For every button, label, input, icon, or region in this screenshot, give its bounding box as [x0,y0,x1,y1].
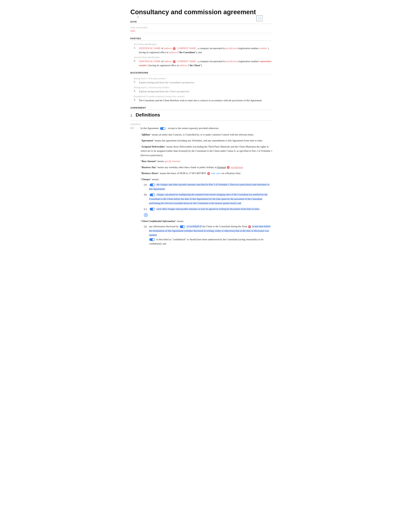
background-section: BACKGROUND Background 1: first party pos… [130,71,273,102]
party1-address1: address [164,47,172,50]
date-header: DATE [130,20,273,24]
charges-a-text: the charges and other payable amounts sp… [149,183,269,190]
def-business-hours: Business Hours [142,172,158,175]
party-2-num: 2. [134,59,139,62]
section-1-title-row: 1. Definitions [130,112,273,120]
client-conf-at-any-time: at any time before the termination of th… [149,225,271,236]
bg-label-2: Background 2: second party position [134,86,273,89]
def-charges: Charges [142,178,150,181]
toggle-charges-a[interactable] [150,184,155,186]
page-number: 3 [137,15,139,19]
party-2-text: INDIVIDUAL NAME of address or COMPANY NA… [139,59,273,67]
party1-address2: address [169,51,177,54]
agreement-header: AGREEMENT [130,107,273,110]
section-1-title: Definitions [136,112,160,118]
party1-individual: INDIVIDUAL NAME [139,47,161,50]
party2-company: COMPANY NAME [177,60,196,63]
def-affiliate: Affiliate [142,133,150,136]
bg-item-1: 1. Explain background from the Consultan… [134,80,273,84]
party-2-row: 2. INDIVIDUAL NAME of address or COMPANY… [134,59,273,67]
business-hours-timezone: time zone [211,172,221,175]
bg-text-1: Explain background from the Consultant's… [139,80,273,84]
or-badge-3: or [227,166,230,169]
first-party-label: First Party identification [134,43,273,45]
bg-text-2: Explain background from the Client's per… [139,89,273,94]
party2-jurisdiction: jurisdiction [226,60,237,63]
charges-c-text: such other charges and payable amounts a… [157,208,260,210]
business-day-jurisdiction: jurisdiction [231,166,242,169]
party-1-row: 1. INDIVIDUAL NAME of address or COMPANY… [134,46,273,54]
or-badge-2: or [173,60,176,63]
add-charges-item-btn[interactable]: ⊕ [144,213,148,217]
or-badge-5: or [248,225,251,228]
party1-company: COMPANY NAME [177,47,196,50]
toggle-charges-c[interactable] [150,208,155,210]
def-client-conf-info: Client Confidential Information [142,220,175,222]
def-business-day: Business Day [142,166,156,169]
or-badge-1: or [173,47,176,50]
party1-number: number [259,47,267,50]
party1-consultant: the Consultant [179,51,195,54]
party-1-num: 1. [134,46,139,49]
date-section: DATE Date of execution Date [130,20,273,33]
doc-icon[interactable]: 📄 [256,15,263,21]
def-agreement: Agreement [142,139,153,142]
toggle-intro[interactable] [160,127,165,130]
bg-label-1: Background 1: first party position [134,77,273,80]
charges-b-text: charges calculated by multiplying the st… [149,193,268,204]
toggle-charges-b[interactable] [150,194,155,196]
intro-text: In this Agreement [140,127,159,130]
party2-address2: address [179,64,187,67]
parties-section: PARTIES First Party identification 1. IN… [130,37,273,67]
defs-label: Definitions [130,123,273,126]
def-base-amount: Base Amount [142,160,156,163]
bg-item-2: 2. Explain background from the Client's … [134,89,273,94]
toggle-client-conf-b[interactable] [149,238,155,241]
client-conf-a-or: or on behalf of [187,225,202,228]
client-conf-items: (a) any information disclosed by or on b… [140,224,273,246]
clause-1-1-num: 1.1 [130,126,140,129]
bg-item-3: 3. The Consultant and the Client therefo… [134,98,273,102]
date-label: Date of execution [130,26,273,29]
charges-items: (a) the charges and other payable amount… [140,183,273,211]
bg-text-3: The Consultant and the Client therefore … [139,98,273,102]
background-header: BACKGROUND [130,71,273,75]
party2-individual: INDIVIDUAL NAME [139,60,161,63]
agreement-section: AGREEMENT 1. Definitions Definitions 1.1… [130,107,273,247]
base-amount-specify: specify amount [164,160,180,163]
party1-jurisdiction: jurisdiction [226,47,237,50]
second-party-label: Second Party identification [134,56,273,59]
or-badge-4: or [207,172,210,175]
charges-item-a: (a) the charges and other payable amount… [144,183,273,191]
bg-label-3: Background 3: parties propose to enter i… [134,95,273,98]
def-assigned-deliverables: Assigned Deliverables [142,145,164,148]
page-title: Consultancy and commission agreement [130,8,273,16]
charges-item-c: (c) such other charges and payable amoun… [144,207,273,211]
clause-1-1: 1.1 In this Agreement , except to the ex… [130,126,273,247]
section-1-num: 1. [130,114,133,117]
toggle-client-conf-a[interactable] [180,225,185,228]
party2-client: the Client [190,64,200,67]
date-value[interactable]: Date [130,29,273,33]
party2-address1: address [164,60,172,63]
clause-1-1-content: In this Agreement , except to the extent… [140,126,273,247]
business-day-england: England [217,166,226,169]
intro-after: , except to the extent expressly provide… [167,127,219,130]
client-conf-item-a: (a) any information disclosed by or on b… [144,224,273,246]
charges-item-b: (b) charges calculated by multiplying th… [144,192,273,206]
party-1-text: INDIVIDUAL NAME of address or COMPANY NA… [139,46,273,54]
parties-header: PARTIES [130,37,273,41]
